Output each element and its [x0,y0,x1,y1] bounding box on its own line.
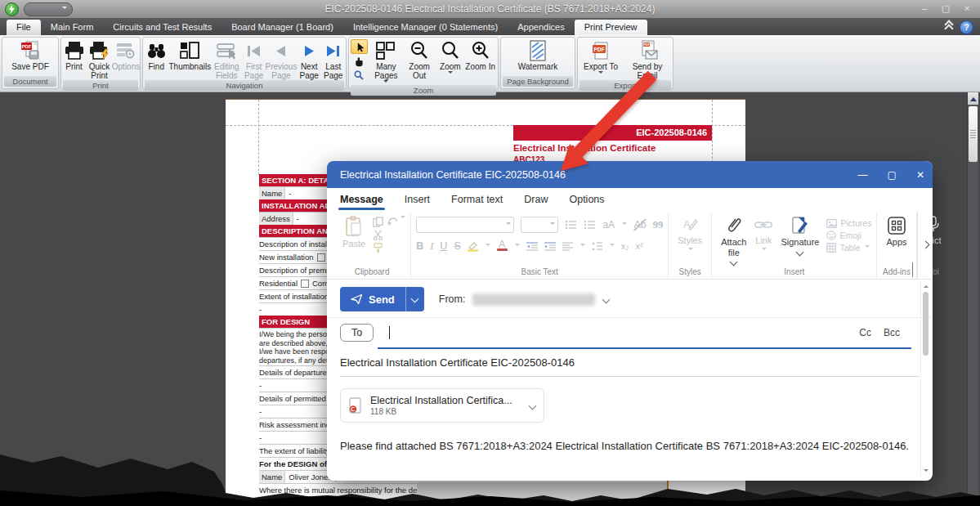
tab-options[interactable]: Options [569,188,604,211]
bcc-button[interactable]: Bcc [884,327,900,338]
quick-print-icon [89,39,110,62]
font-name-dropdown-icon [506,222,511,227]
save-pdf-icon: PDF [19,39,42,62]
message-body[interactable]: Please find attached BS 7671:2018+A3:202… [340,440,920,452]
pictures-button: Pictures [826,218,871,228]
window-close-button[interactable]: × [960,2,973,14]
insert-group: Attach file Link Signature [712,213,877,279]
dialog-scroll-down-icon[interactable] [924,469,929,474]
window-minimize-button[interactable]: – [918,2,931,14]
next-page-button[interactable]: Next Page [297,38,322,80]
tab-circuits-and-test-results[interactable]: Circuits and Test Results [103,20,222,35]
export-to-dropdown-icon[interactable] [598,71,603,76]
undo-dropdown-icon [401,216,405,221]
numbered-list-icon [584,220,596,230]
clear-formatting-icon: Ab [633,219,646,231]
tab-draw[interactable]: Draw [524,188,548,211]
pointer-icon [355,42,365,52]
dialog-minimize-button[interactable]: — [858,169,868,181]
tab-format-text[interactable]: Format text [451,188,503,211]
scrollbar-thumb[interactable] [969,106,978,162]
preview-vertical-scrollbar[interactable] [967,92,978,506]
cc-button[interactable]: Cc [859,327,871,338]
link-button: Link [750,214,776,254]
link-icon [754,216,772,234]
help-icon[interactable]: ? [960,20,973,34]
watermark-button[interactable]: Watermark [509,38,566,71]
email-compose-dialog: Electrical Installation Certificate EIC-… [327,161,933,481]
collapse-ribbon-icon[interactable] [946,24,952,32]
tab-insert[interactable]: Insert [405,188,430,211]
increase-indent-icon [544,242,556,251]
from-address-redacted[interactable] [472,293,595,306]
print-button[interactable]: Print [62,38,86,71]
thumbnails-button[interactable]: Thumbnails [169,38,212,71]
zoom-icon [441,39,460,62]
hand-tool-button[interactable] [351,55,366,68]
margin-guide-vertical-left [258,100,259,175]
ribbon-group-label-zoom: Zoom [351,85,496,96]
magnifier-tool-button[interactable] [351,69,366,82]
attachment-dropdown-icon[interactable] [529,401,537,410]
tab-intelligence-manager[interactable]: Intelligence Manager (0 Statements) [343,20,508,35]
many-pages-button[interactable]: Many Pages [370,38,402,85]
recipients-row: To Cc Bcc [327,318,933,349]
dialog-scroll-up-icon[interactable] [924,283,929,288]
last-page-button[interactable]: Last Page [321,38,345,80]
clipboard-group: Paste Clipboard [333,213,411,279]
tab-file[interactable]: File [7,20,41,35]
paste-button: Paste [338,214,369,251]
print-preview-ribbon: PDF Save PDF Document Print [0,35,980,92]
to-field-underline [378,347,911,349]
to-button[interactable]: To [340,324,374,342]
attach-file-dropdown-icon[interactable] [730,258,738,266]
dialog-scrollbar-thumb[interactable] [923,292,929,356]
zoom-in-button[interactable]: Zoom In [463,38,497,71]
from-dropdown-icon[interactable] [602,295,611,303]
signature-dropdown-icon[interactable] [796,248,804,256]
ribbon-collapse-button[interactable] [912,262,913,277]
tab-message[interactable]: Message [340,188,383,211]
scrollbar-up-button[interactable] [968,92,978,105]
application-window: EIC-202508-0146 Electrical Installation … [0,0,980,506]
apps-button[interactable]: Apps [882,214,911,249]
document-table-border [667,481,669,504]
certificate-ref-banner: EIC-202508-0146 [513,125,712,141]
tab-print-preview[interactable]: Print Preview [575,20,647,35]
styles-group: A Styles Styles [669,213,712,279]
dialog-ribbon-tabs: Message Insert Format text Draw Options [327,188,933,211]
export-to-button[interactable]: PDF Export To [579,38,623,76]
dialog-close-button[interactable]: ✕ [916,169,924,181]
quick-print-button[interactable]: Quick Print [86,38,113,80]
attachment-card[interactable]: Electrical Installation Certifica... 118… [340,388,544,423]
find-binoculars-icon [146,39,167,62]
highlight-color-button [468,241,478,252]
tab-appendices[interactable]: Appendices [508,20,575,35]
dialog-scrollbar[interactable] [920,280,931,477]
tab-main-form[interactable]: Main Form [41,20,104,35]
subject-field[interactable]: Electrical Installation Certificate EIC-… [340,356,920,377]
send-button[interactable]: Send [340,287,424,311]
paste-icon [345,216,363,237]
send-by-email-button[interactable]: PDF Send by Email [623,38,672,80]
pointer-tool-button[interactable] [351,39,368,54]
send-options-dropdown[interactable] [405,287,424,311]
dialog-title: Electrical Installation Certificate EIC-… [340,169,566,181]
window-maximize-button[interactable]: ▢ [939,2,952,14]
signature-button[interactable]: Signature [776,214,823,257]
zoom-out-button[interactable]: Zoom Out [402,38,437,80]
tab-board-manager[interactable]: Board Manager (1 Board) [222,20,343,35]
first-page-icon [247,39,261,62]
zoom-button[interactable]: Zoom [436,38,463,76]
send-by-email-icon: PDF [636,39,659,62]
attach-file-button[interactable]: Attach file [717,214,750,266]
ribbon-expand-button[interactable] [917,211,933,279]
options-icon [115,39,136,62]
styles-button: A Styles [673,214,706,254]
export-to-pdf-icon: PDF [590,39,611,62]
dialog-maximize-button[interactable]: ▢ [888,169,897,181]
find-button[interactable]: Find [144,38,169,71]
zoom-dropdown-icon[interactable] [448,71,453,76]
pictures-icon [826,219,837,228]
save-pdf-button[interactable]: PDF Save PDF [5,38,56,71]
